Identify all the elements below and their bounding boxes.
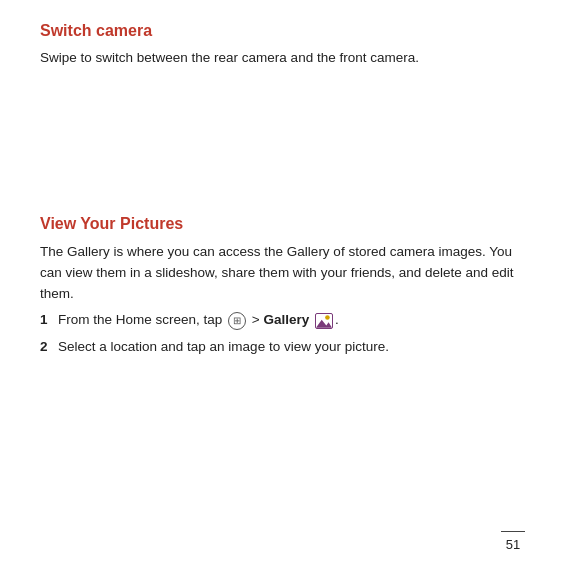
step-1-number: 1 [40,310,58,331]
steps-list: 1 From the Home screen, tap > Gallery . [40,310,525,358]
section-switch-camera: Switch camera Swipe to switch between th… [40,20,525,69]
gallery-icon [315,313,333,329]
svg-point-0 [325,315,330,320]
section-view-pictures: View Your Pictures The Gallery is where … [40,213,525,358]
section1-title: Switch camera [40,20,525,42]
step-1: 1 From the Home screen, tap > Gallery . [40,310,525,331]
section2-title: View Your Pictures [40,213,525,235]
svg-marker-1 [316,320,332,328]
apps-icon [228,312,246,330]
section2-body: The Gallery is where you can access the … [40,242,525,305]
step-2: 2 Select a location and tap an image to … [40,337,525,358]
gallery-svg [316,314,332,328]
section1-body: Swipe to switch between the rear camera … [40,48,525,69]
gallery-label: Gallery [263,312,309,327]
page-number-container: 51 [501,531,525,552]
image-placeholder [40,73,525,213]
page-container: Switch camera Swipe to switch between th… [0,0,565,568]
page-number: 51 [506,537,520,552]
step-1-text: From the Home screen, tap > Gallery . [58,310,525,331]
step-2-number: 2 [40,337,58,358]
step-2-text: Select a location and tap an image to vi… [58,337,525,358]
